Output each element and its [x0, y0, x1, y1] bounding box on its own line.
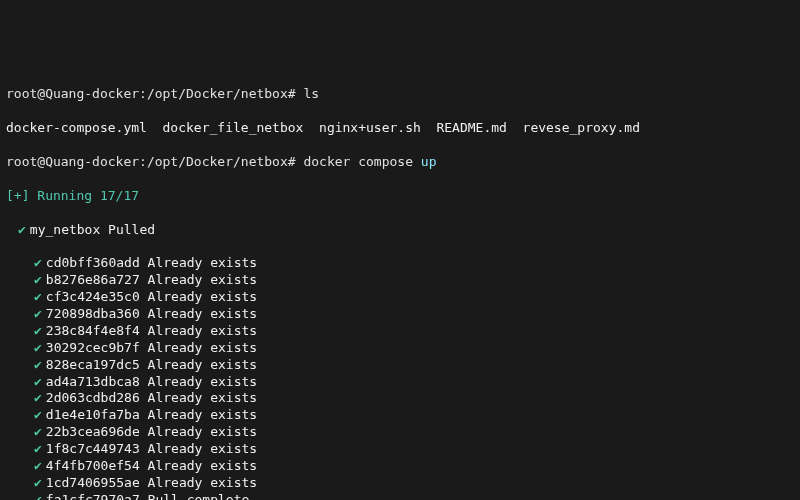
layer-hash: cd0bff360add — [46, 255, 140, 270]
prompt-line-2: root@Quang-docker:/opt/Docker/netbox# do… — [6, 154, 794, 171]
pulled-name: my_netbox — [30, 222, 100, 237]
check-icon: ✔ — [34, 357, 42, 372]
layer-line: ✔ad4a713dbca8 Already exists — [6, 374, 794, 391]
layer-status: Already exists — [140, 407, 257, 422]
check-icon: ✔ — [34, 255, 42, 270]
cmd-compose: compose — [358, 154, 413, 169]
layer-status: Already exists — [140, 357, 257, 372]
layer-hash: b8276e86a727 — [46, 272, 140, 287]
layer-line: ✔cd0bff360add Already exists — [6, 255, 794, 272]
check-icon: ✔ — [34, 492, 42, 500]
check-icon: ✔ — [34, 289, 42, 304]
running-label: Running — [37, 188, 92, 203]
running-count: 17/17 — [100, 188, 139, 203]
check-icon: ✔ — [34, 458, 42, 473]
layers-list: ✔cd0bff360add Already exists✔b8276e86a72… — [6, 255, 794, 500]
layer-hash: d1e4e10fa7ba — [46, 407, 140, 422]
pulled-line: ✔my_netbox Pulled — [6, 222, 794, 239]
layer-line: ✔22b3cea696de Already exists — [6, 424, 794, 441]
layer-hash: 720898dba360 — [46, 306, 140, 321]
running-header-1: [+] Running 17/17 — [6, 188, 794, 205]
check-icon: ✔ — [34, 374, 42, 389]
layer-line: ✔2d063cdbd286 Already exists — [6, 390, 794, 407]
layer-hash: 238c84f4e8f4 — [46, 323, 140, 338]
check-icon: ✔ — [34, 390, 42, 405]
layer-status: Already exists — [140, 374, 257, 389]
layer-line: ✔d1e4e10fa7ba Already exists — [6, 407, 794, 424]
layer-line: ✔1f8c7c449743 Already exists — [6, 441, 794, 458]
prompt-line-1: root@Quang-docker:/opt/Docker/netbox# ls — [6, 86, 794, 103]
layer-line: ✔30292cec9b7f Already exists — [6, 340, 794, 357]
layer-status: Already exists — [140, 475, 257, 490]
layer-hash: 828eca197dc5 — [46, 357, 140, 372]
layer-hash: 1f8c7c449743 — [46, 441, 140, 456]
ls-output: docker-compose.yml docker_file_netbox ng… — [6, 120, 794, 137]
layer-status: Already exists — [140, 441, 257, 456]
layer-hash: 22b3cea696de — [46, 424, 140, 439]
layer-line: ✔4f4fb700ef54 Already exists — [6, 458, 794, 475]
layer-line: ✔cf3c424e35c0 Already exists — [6, 289, 794, 306]
check-icon: ✔ — [34, 272, 42, 287]
layer-status: Pull complete — [140, 492, 250, 500]
check-icon: ✔ — [34, 323, 42, 338]
layer-status: Already exists — [140, 390, 257, 405]
layer-hash: 30292cec9b7f — [46, 340, 140, 355]
layer-hash: 2d063cdbd286 — [46, 390, 140, 405]
pulled-status: Pulled — [108, 222, 155, 237]
check-icon: ✔ — [34, 475, 42, 490]
cmd-docker: docker — [303, 154, 350, 169]
layer-status: Already exists — [140, 323, 257, 338]
layer-line: ✔b8276e86a727 Already exists — [6, 272, 794, 289]
layer-line: ✔fa1cfc7970a7 Pull complete — [6, 492, 794, 500]
layer-status: Already exists — [140, 272, 257, 287]
shell-prompt: root@Quang-docker:/opt/Docker/netbox# — [6, 86, 296, 101]
layer-status: Already exists — [140, 458, 257, 473]
command-ls: ls — [303, 86, 319, 101]
check-icon: ✔ — [34, 306, 42, 321]
terminal-output[interactable]: root@Quang-docker:/opt/Docker/netbox# ls… — [6, 70, 794, 500]
layer-status: Already exists — [140, 306, 257, 321]
layer-status: Already exists — [140, 255, 257, 270]
check-icon: ✔ — [34, 424, 42, 439]
check-icon: ✔ — [18, 222, 26, 237]
running-prefix: [+] — [6, 188, 29, 203]
check-icon: ✔ — [34, 407, 42, 422]
layer-status: Already exists — [140, 340, 257, 355]
layer-status: Already exists — [140, 289, 257, 304]
layer-status: Already exists — [140, 424, 257, 439]
layer-hash: ad4a713dbca8 — [46, 374, 140, 389]
layer-hash: fa1cfc7970a7 — [46, 492, 140, 500]
layer-hash: 4f4fb700ef54 — [46, 458, 140, 473]
cmd-up: up — [421, 154, 437, 169]
layer-line: ✔720898dba360 Already exists — [6, 306, 794, 323]
layer-line: ✔238c84f4e8f4 Already exists — [6, 323, 794, 340]
shell-prompt: root@Quang-docker:/opt/Docker/netbox# — [6, 154, 296, 169]
layer-line: ✔1cd7406955ae Already exists — [6, 475, 794, 492]
layer-hash: cf3c424e35c0 — [46, 289, 140, 304]
layer-hash: 1cd7406955ae — [46, 475, 140, 490]
check-icon: ✔ — [34, 441, 42, 456]
check-icon: ✔ — [34, 340, 42, 355]
layer-line: ✔828eca197dc5 Already exists — [6, 357, 794, 374]
